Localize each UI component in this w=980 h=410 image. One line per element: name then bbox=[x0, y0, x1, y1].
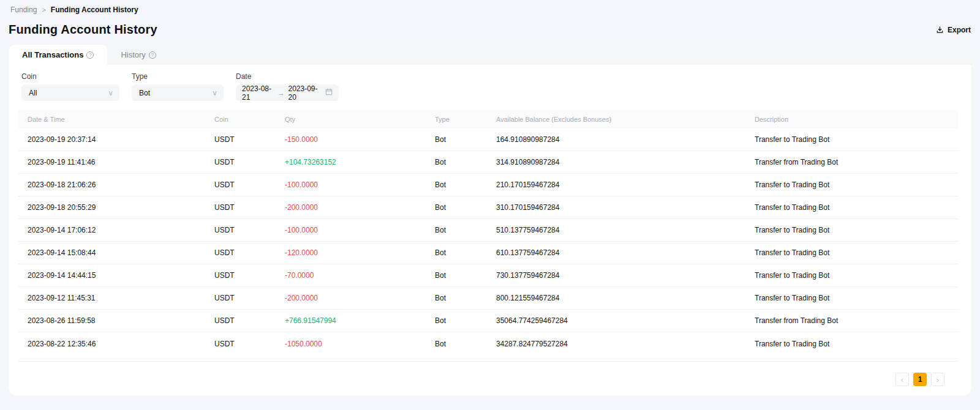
date-range-picker[interactable]: 2023-08-21 → 2023-09-20 bbox=[236, 84, 339, 101]
tab-all-transactions[interactable]: All Transactions ? bbox=[9, 45, 107, 65]
cell-qty: -100.0000 bbox=[285, 181, 435, 189]
next-page-button[interactable]: › bbox=[931, 373, 944, 386]
cell-balance: 35064.774259467284 bbox=[496, 316, 755, 325]
breadcrumb-current: Funding Account History bbox=[51, 6, 138, 14]
cell-datetime: 2023-09-14 15:08:44 bbox=[28, 248, 214, 257]
cell-coin: USDT bbox=[214, 248, 285, 257]
type-filter-label: Type bbox=[132, 72, 224, 81]
cell-type: Bot bbox=[435, 158, 496, 166]
cell-type: Bot bbox=[435, 248, 496, 257]
cell-coin: USDT bbox=[214, 316, 285, 325]
cell-type: Bot bbox=[435, 135, 496, 144]
cell-datetime: 2023-08-22 12:35:46 bbox=[28, 340, 214, 348]
cell-datetime: 2023-09-12 11:45:31 bbox=[28, 294, 214, 302]
table-body: 2023-09-19 20:37:14 USDT -150.0000 Bot 1… bbox=[18, 129, 958, 355]
export-label: Export bbox=[948, 26, 971, 34]
cell-type: Bot bbox=[435, 340, 496, 348]
download-icon bbox=[936, 26, 944, 34]
cell-datetime: 2023-09-19 11:41:46 bbox=[28, 158, 214, 166]
chevron-down-icon: ∨ bbox=[108, 89, 113, 97]
cell-qty: -120.0000 bbox=[285, 248, 435, 257]
cell-description: Transfer to Trading Bot bbox=[755, 203, 958, 212]
cell-coin: USDT bbox=[214, 226, 285, 234]
breadcrumb-separator-icon: > bbox=[42, 6, 45, 13]
tab-history[interactable]: History ? bbox=[107, 45, 169, 65]
page-title: Funding Account History bbox=[9, 23, 157, 37]
cell-balance: 34287.824779527284 bbox=[496, 340, 755, 348]
table-row[interactable]: 2023-09-19 11:41:46 USDT +104.73263152 B… bbox=[18, 151, 958, 174]
table-row[interactable]: 2023-08-26 11:59:58 USDT +766.91547994 B… bbox=[18, 310, 958, 332]
cell-description: Transfer from Trading Bot bbox=[755, 316, 958, 325]
cell-balance: 610.137759467284 bbox=[496, 248, 755, 257]
cell-qty: -150.0000 bbox=[285, 135, 435, 144]
type-select-value: Bot bbox=[139, 89, 150, 97]
table-row[interactable]: 2023-08-22 12:35:46 USDT -1050.0000 Bot … bbox=[18, 332, 958, 355]
cell-description: Transfer from Trading Bot bbox=[755, 158, 958, 166]
table-row[interactable]: 2023-09-14 14:44:15 USDT -70.0000 Bot 73… bbox=[18, 264, 958, 287]
cell-type: Bot bbox=[435, 271, 496, 280]
pagination: ‹ 1 › bbox=[18, 373, 958, 386]
date-end-value: 2023-09-20 bbox=[288, 84, 321, 102]
cell-coin: USDT bbox=[214, 340, 285, 348]
cell-description: Transfer to Trading Bot bbox=[755, 248, 958, 257]
cell-coin: USDT bbox=[214, 158, 285, 166]
chevron-down-icon: ∨ bbox=[212, 89, 217, 97]
info-icon[interactable]: ? bbox=[86, 51, 94, 59]
col-header-datetime: Date & Time bbox=[28, 116, 214, 123]
cell-datetime: 2023-09-14 14:44:15 bbox=[28, 271, 214, 280]
cell-coin: USDT bbox=[214, 181, 285, 189]
prev-page-button[interactable]: ‹ bbox=[895, 373, 909, 386]
cell-coin: USDT bbox=[214, 203, 285, 212]
table-row[interactable]: 2023-09-14 15:08:44 USDT -120.0000 Bot 6… bbox=[18, 242, 958, 264]
cell-balance: 730.137759467284 bbox=[496, 271, 755, 280]
export-button[interactable]: Export bbox=[936, 26, 971, 34]
cell-balance: 310.170159467284 bbox=[496, 203, 755, 212]
date-start-value: 2023-08-21 bbox=[242, 84, 274, 102]
table-row[interactable]: 2023-09-12 11:45:31 USDT -200.0000 Bot 8… bbox=[18, 287, 958, 310]
cell-qty: -100.0000 bbox=[285, 226, 435, 234]
page-header: Funding > Funding Account History Fundin… bbox=[0, 0, 980, 37]
cell-datetime: 2023-08-26 11:59:58 bbox=[28, 316, 214, 325]
page-number-button[interactable]: 1 bbox=[913, 373, 927, 386]
breadcrumb: Funding > Funding Account History bbox=[10, 5, 971, 15]
col-header-coin: Coin bbox=[214, 116, 285, 123]
table-row[interactable]: 2023-09-19 20:37:14 USDT -150.0000 Bot 1… bbox=[18, 129, 958, 151]
cell-description: Transfer to Trading Bot bbox=[755, 340, 958, 348]
chevron-left-icon: ‹ bbox=[901, 375, 903, 384]
cell-datetime: 2023-09-14 17:06:12 bbox=[28, 226, 214, 234]
cell-description: Transfer to Trading Bot bbox=[755, 294, 958, 302]
cell-type: Bot bbox=[435, 203, 496, 212]
type-select[interactable]: Bot ∨ bbox=[132, 84, 224, 101]
table-row[interactable]: 2023-09-14 17:06:12 USDT -100.0000 Bot 5… bbox=[18, 219, 958, 242]
calendar-icon bbox=[325, 88, 333, 97]
cell-balance: 800.121559467284 bbox=[496, 294, 755, 302]
tab-bar: All Transactions ? History ? bbox=[9, 45, 971, 65]
cell-qty: -1050.0000 bbox=[285, 340, 435, 348]
cell-datetime: 2023-09-18 20:55:29 bbox=[28, 203, 214, 212]
cell-qty: +104.73263152 bbox=[285, 158, 435, 166]
date-filter-label: Date bbox=[236, 72, 339, 81]
info-icon[interactable]: ? bbox=[149, 51, 156, 59]
coin-select[interactable]: All ∨ bbox=[21, 84, 119, 101]
cell-balance: 314.910890987284 bbox=[496, 158, 755, 166]
cell-datetime: 2023-09-19 20:37:14 bbox=[28, 135, 214, 144]
col-header-type: Type bbox=[435, 116, 496, 123]
cell-balance: 164.910890987284 bbox=[496, 135, 755, 144]
table-header-row: Date & Time Coin Qty Type Available Bala… bbox=[18, 110, 958, 129]
coin-select-value: All bbox=[29, 89, 37, 97]
table-row[interactable]: 2023-09-18 21:06:26 USDT -100.0000 Bot 2… bbox=[18, 174, 958, 196]
transactions-table: Date & Time Coin Qty Type Available Bala… bbox=[18, 110, 958, 362]
cell-type: Bot bbox=[435, 294, 496, 302]
filters-bar: Coin All ∨ Type Bot ∨ Date 2023-08-21 → … bbox=[18, 72, 958, 101]
cell-description: Transfer to Trading Bot bbox=[755, 226, 958, 234]
table-row[interactable]: 2023-09-18 20:55:29 USDT -200.0000 Bot 3… bbox=[18, 196, 958, 219]
cell-qty: -200.0000 bbox=[285, 294, 435, 302]
cell-qty: -200.0000 bbox=[285, 203, 435, 212]
breadcrumb-funding-link[interactable]: Funding bbox=[10, 6, 37, 14]
col-header-description: Description bbox=[755, 116, 958, 123]
cell-balance: 510.137759467284 bbox=[496, 226, 755, 234]
cell-description: Transfer to Trading Bot bbox=[755, 181, 958, 189]
tab-all-transactions-label: All Transactions bbox=[22, 50, 83, 59]
history-card: All Transactions ? History ? Coin All ∨ … bbox=[9, 45, 971, 395]
col-header-balance: Available Balance (Excludes Bonuses) bbox=[496, 116, 755, 123]
